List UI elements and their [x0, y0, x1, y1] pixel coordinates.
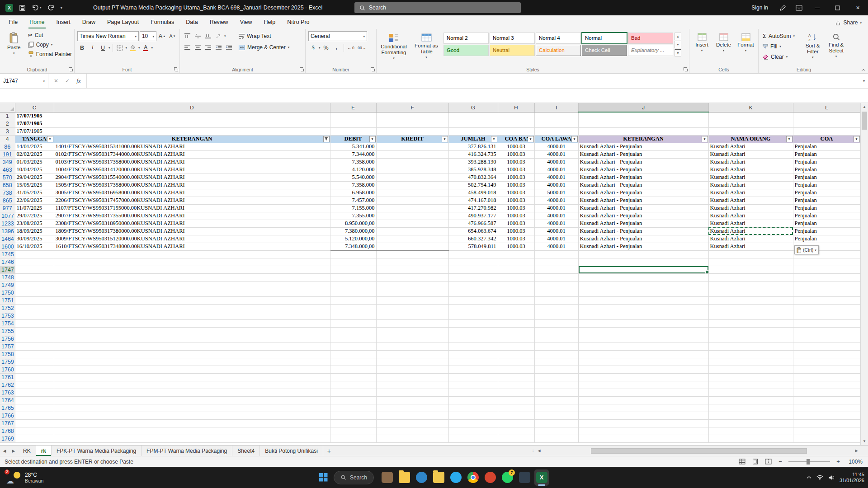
underline-button[interactable]: U: [98, 43, 108, 52]
grid-cell[interactable]: [15, 319, 54, 327]
nitro-taskbar-icon[interactable]: [483, 469, 497, 486]
zoom-out-icon[interactable]: −: [777, 458, 783, 465]
gallery-more-icon[interactable]: ▼: [675, 49, 681, 56]
grid-cell[interactable]: 17/07/1905: [15, 120, 54, 127]
grid-cell[interactable]: 1107/FTSCY/WS950317155000.00KUSNADI AZHA…: [54, 204, 330, 212]
grid-cell[interactable]: [578, 373, 708, 381]
grid-cell[interactable]: [498, 250, 534, 258]
grid-cell[interactable]: [793, 266, 860, 273]
grid-cell[interactable]: [330, 258, 376, 266]
filter-applied-button[interactable]: [323, 136, 330, 142]
grid-cell[interactable]: [376, 389, 448, 396]
grid-cell[interactable]: [708, 273, 793, 281]
grid-cell[interactable]: [578, 250, 708, 258]
grid-cell[interactable]: [330, 120, 376, 127]
grid-cell[interactable]: [376, 319, 448, 327]
copy-button[interactable]: Copy▾: [27, 40, 73, 49]
grid-cell[interactable]: [15, 258, 54, 266]
grid-cell[interactable]: 1000.03: [498, 166, 534, 174]
folder-taskbar-icon[interactable]: [431, 469, 446, 486]
grid-cell[interactable]: [15, 312, 54, 319]
grid-cell[interactable]: Penjualan: [793, 189, 860, 197]
grid-cell[interactable]: [330, 389, 376, 396]
row-header-977[interactable]: 977: [0, 204, 15, 212]
grid-cell[interactable]: [498, 273, 534, 281]
row-header-1748[interactable]: 1748: [0, 273, 15, 281]
grid-cell[interactable]: Penjualan: [793, 212, 860, 220]
grid-cell[interactable]: [708, 358, 793, 366]
cut-button[interactable]: ✂Cut: [27, 30, 73, 40]
redo-icon[interactable]: [47, 3, 55, 12]
grid-cell[interactable]: Kusnadi Azhari - Penjualan: [578, 189, 708, 197]
grid-cell[interactable]: [54, 404, 330, 412]
grid-cell[interactable]: [448, 350, 498, 358]
grid-cell[interactable]: Kusnadi Azhari - Penjualan: [578, 158, 708, 166]
grid-cell[interactable]: [376, 227, 448, 235]
grid-cell[interactable]: [54, 289, 330, 296]
grid-cell[interactable]: 22/06/2025: [15, 197, 54, 204]
cell-style-explanatory-[interactable]: Explanatory ...: [628, 45, 673, 56]
grid-cell[interactable]: 1000.03: [498, 181, 534, 189]
grid-cell[interactable]: Kusnadi Azhari - Penjualan: [578, 243, 708, 250]
gallery-up-icon[interactable]: ▲: [675, 33, 681, 40]
grid-cell[interactable]: Kusnadi Azhari: [708, 212, 793, 220]
grid-cell[interactable]: [534, 412, 578, 419]
grid-cell[interactable]: [15, 366, 54, 373]
cell-style-normal-4[interactable]: Normal 4: [536, 33, 581, 44]
column-header-I[interactable]: I: [534, 103, 578, 112]
grid-cell[interactable]: 1000.03: [498, 189, 534, 197]
grid-cell[interactable]: Penjualan: [793, 174, 860, 181]
grid-cell[interactable]: [534, 250, 578, 258]
ribbon-display-options-icon[interactable]: [791, 0, 807, 15]
weather-widget[interactable]: ☁ 2 28°C Berawan: [2, 467, 49, 488]
grid-cell[interactable]: [708, 289, 793, 296]
grid-cell[interactable]: [448, 373, 498, 381]
grid-cell[interactable]: [708, 373, 793, 381]
grid-cell[interactable]: 4000.01: [534, 197, 578, 204]
scroll-right-icon[interactable]: ▶: [853, 449, 860, 453]
grid-cell[interactable]: [15, 335, 54, 343]
grid-cell[interactable]: [54, 373, 330, 381]
enter-icon[interactable]: ✓: [65, 78, 70, 84]
grid-cell[interactable]: [793, 404, 860, 412]
styles-dialog-launcher[interactable]: [683, 67, 688, 72]
font-color-icon[interactable]: A: [141, 43, 151, 52]
grid-cell[interactable]: [534, 289, 578, 296]
grid-cell[interactable]: [376, 312, 448, 319]
orientation-icon[interactable]: [214, 31, 223, 41]
grid-cell[interactable]: [376, 158, 448, 166]
grid-cell[interactable]: [498, 304, 534, 312]
ribbon-tab-data[interactable]: Data: [180, 15, 203, 29]
grid-cell[interactable]: 29/07/2025: [15, 212, 54, 220]
grid-cell[interactable]: Kusnadi Azhari - Penjualan: [578, 204, 708, 212]
autosum-button[interactable]: ΣAutoSum▾: [761, 31, 800, 41]
fill-color-icon[interactable]: [128, 43, 137, 52]
grid-cell[interactable]: [448, 289, 498, 296]
grid-cell[interactable]: Kusnadi Azhari: [708, 204, 793, 212]
grid-cell[interactable]: [448, 435, 498, 442]
grid-cell[interactable]: 416.324.735: [448, 150, 498, 158]
grid-cell[interactable]: Kusnadi Azhari - Penjualan: [578, 220, 708, 227]
grid-cell[interactable]: 1004/FTSCY/WS950314120000.00KUSNADI AZHA…: [54, 166, 330, 174]
grid-cell[interactable]: [578, 289, 708, 296]
grid-cell[interactable]: [578, 396, 708, 404]
grid-cell[interactable]: [376, 396, 448, 404]
grid-cell[interactable]: 0102/FTSCY/WS950317344000.00KUSNADI AZHA…: [54, 150, 330, 158]
taskbar-search-box[interactable]: Search: [334, 471, 374, 484]
grid-cell[interactable]: [15, 289, 54, 296]
align-bottom-icon[interactable]: [203, 31, 213, 41]
grid-cell[interactable]: 4000.01: [534, 204, 578, 212]
grid-cell[interactable]: [578, 281, 708, 289]
grid-cell[interactable]: [15, 419, 54, 427]
column-header-C[interactable]: C: [15, 103, 54, 112]
row-header-1233[interactable]: 1233: [0, 220, 15, 227]
grid-cell[interactable]: [793, 396, 860, 404]
sheet-tab-fpk-pt-warna-media-packaging[interactable]: FPK-PT Warna Media Packaging: [52, 446, 142, 456]
grid-cell[interactable]: [330, 319, 376, 327]
decrease-decimal-icon[interactable]: .00→: [357, 43, 366, 52]
customize-quick-access-icon[interactable]: ▾: [61, 3, 63, 12]
number-format-select[interactable]: General▾: [308, 31, 367, 41]
grid-cell[interactable]: [578, 112, 708, 120]
grid-cell[interactable]: 17/07/1905: [15, 127, 54, 135]
row-header-1077[interactable]: 1077: [0, 212, 15, 220]
